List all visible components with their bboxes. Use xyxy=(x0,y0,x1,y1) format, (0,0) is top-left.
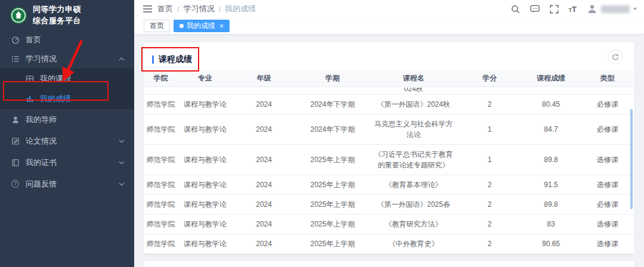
search-icon[interactable] xyxy=(511,5,520,14)
sidebar-item-certificates[interactable]: 我的证书 xyxy=(0,152,134,173)
dashboard-icon xyxy=(11,35,20,44)
user-menu[interactable] xyxy=(587,4,637,14)
app-title-line1: 同等学力申硕 xyxy=(33,4,81,15)
app-logo: 同等学力申硕 综合服务平台 xyxy=(0,0,134,30)
table-cell: 选修课 xyxy=(580,234,634,253)
table-cell: 89.8 xyxy=(522,144,581,175)
column-header: 年级 xyxy=(232,71,296,86)
sidebar-item-label: 我的导师 xyxy=(26,114,57,125)
edit-document-icon xyxy=(11,136,20,145)
sidebar-item-label: 我的证书 xyxy=(26,157,57,168)
table-row: 师范学院课程与教学论20242025年上学期《中外教育史》290.65选修课 xyxy=(144,234,634,253)
table-cell: 2 xyxy=(458,94,522,114)
table-cell: 2025年上学期 xyxy=(296,234,369,253)
sidebar-item-thesis[interactable]: 论文情况 xyxy=(0,131,134,152)
table-cell: 2025年上学期 xyxy=(296,194,369,214)
column-header: 类型 xyxy=(580,71,634,86)
table-cell: 师范学院 xyxy=(144,94,178,114)
close-tab-icon[interactable]: × xyxy=(219,23,224,30)
table-cell: 《教育基本理论》 xyxy=(370,175,458,194)
table-cell: 2025年上学期 xyxy=(296,214,369,234)
table-cell: 2024 xyxy=(232,94,296,114)
fullscreen-icon[interactable] xyxy=(550,5,559,14)
table-cell: 《中外教育史》 xyxy=(370,234,458,253)
sidebar-item-study[interactable]: 学习情况 xyxy=(0,49,134,69)
topbar-actions: TT xyxy=(511,4,637,14)
table-cell: 师范学院 xyxy=(144,214,178,234)
sidebar-submenu-study: 我的课程 我的成绩 xyxy=(0,69,134,109)
column-header: 课程成绩 xyxy=(522,71,581,86)
table-cell: 2025年上学期 xyxy=(296,175,369,194)
table-scrollbar-thumb[interactable] xyxy=(630,109,633,209)
table-row: 师范学院课程与教学论20242024年下学期马克思主义与社会科学方 法论184.… xyxy=(144,114,634,144)
table-cell: 2024 xyxy=(232,234,296,253)
course-scores-card: 课程成绩 学院专业年级学期课程名学分课程成绩类型 xyxy=(144,42,634,254)
app-window: 同等学力申硕 综合服务平台 首页 学习情况 xyxy=(0,0,644,267)
table-cell: 84.7 xyxy=(522,114,581,144)
table-cell: 马克思主义与社会科学方 法论 xyxy=(370,114,458,144)
bar-chart-icon xyxy=(25,94,34,103)
table-cell: 选修课 xyxy=(580,214,634,234)
table-cell: 必修课 xyxy=(580,194,634,214)
sidebar-item-home[interactable]: 首页 xyxy=(0,30,134,49)
tab-home[interactable]: 首页 xyxy=(144,20,170,32)
breadcrumb-home[interactable]: 首页 xyxy=(157,4,173,14)
sidebar-item-feedback[interactable]: ? 问题反馈 xyxy=(0,173,134,195)
table-cell: 课程与教学论 xyxy=(178,94,233,114)
sidebar-item-my-courses[interactable]: 我的课程 xyxy=(0,69,134,89)
table-cell: 选修课 xyxy=(580,144,634,175)
university-emblem-icon xyxy=(10,7,27,24)
sidebar-item-label: 我的成绩 xyxy=(40,94,71,104)
tab-bar: 首页 我的成绩 × xyxy=(134,18,644,35)
table-cell: 80.45 xyxy=(522,94,581,114)
table-row: 师范学院课程与教学论20242024年下学期《第一外国语》2024秋280.45… xyxy=(144,94,634,114)
sidebar-item-label: 问题反馈 xyxy=(26,179,57,190)
table-row: 师范学院课程与教学论20242025年上学期《教育基本理论》291.5选修课 xyxy=(144,175,634,194)
breadcrumb-separator: / xyxy=(177,5,179,14)
book-icon xyxy=(11,158,20,167)
table-cell: 91.5 xyxy=(522,175,581,194)
breadcrumb-separator: / xyxy=(219,5,221,14)
sidebar-item-label: 学习情况 xyxy=(26,54,57,64)
sidebar-collapse-icon[interactable] xyxy=(143,5,153,13)
list-icon xyxy=(11,54,20,63)
message-icon[interactable] xyxy=(530,5,540,13)
active-tab-dot xyxy=(179,24,184,28)
table-cell: 课程与教学论 xyxy=(178,144,233,175)
table-cell: 90.65 xyxy=(522,234,581,253)
table-cell: 2024年下学期 xyxy=(296,114,369,144)
app-title-line2: 综合服务平台 xyxy=(33,15,81,27)
tab-my-scores[interactable]: 我的成绩 × xyxy=(174,20,230,32)
grid-icon xyxy=(25,74,34,83)
table-cell: 2024 xyxy=(232,114,296,144)
sidebar-item-my-scores[interactable]: 我的成绩 xyxy=(0,89,134,109)
exam-scores-card: 统考成绩 学校专业准考证编号合格证编号课程名成绩通过时间 xyxy=(144,261,634,267)
sidebar-item-tutor[interactable]: 我的导师 xyxy=(0,109,134,131)
table-cell: 选修课 xyxy=(580,175,634,194)
table-cell: 2 xyxy=(458,194,522,214)
breadcrumb-study[interactable]: 学习情况 xyxy=(184,4,215,14)
main-area: 首页 / 学习情况 / 我的成绩 xyxy=(134,0,644,267)
table-cell: 《第一外国语》2024秋 xyxy=(370,94,458,114)
table-cell: 2 xyxy=(458,214,522,234)
breadcrumb-current: 我的成绩 xyxy=(225,4,256,14)
table-cell: 课程与教学论 xyxy=(178,194,233,214)
table-cell: 1 xyxy=(458,114,522,144)
sidebar-item-label: 首页 xyxy=(26,35,41,45)
table-cell: 1 xyxy=(458,144,522,175)
table-cell: 师范学院 xyxy=(144,175,178,194)
chevron-down-icon xyxy=(119,182,125,186)
table-cell: 83 xyxy=(522,214,581,234)
content-area: 课程成绩 学院专业年级学期课程名学分课程成绩类型 xyxy=(134,35,644,267)
table-cell: 课程与教学论 xyxy=(178,234,233,253)
refresh-button[interactable] xyxy=(608,49,623,64)
table-cell: 师范学院 xyxy=(144,234,178,253)
column-header: 学分 xyxy=(458,71,522,86)
sidebar-item-label: 论文情况 xyxy=(26,136,57,147)
font-size-icon[interactable]: TT xyxy=(569,5,577,13)
topbar: 首页 / 学习情况 / 我的成绩 xyxy=(134,0,644,18)
caret-down-icon xyxy=(633,8,637,10)
tab-label: 我的成绩 xyxy=(187,21,215,31)
table-cell: 必修课 xyxy=(580,94,634,114)
column-header: 学院 xyxy=(144,71,178,86)
